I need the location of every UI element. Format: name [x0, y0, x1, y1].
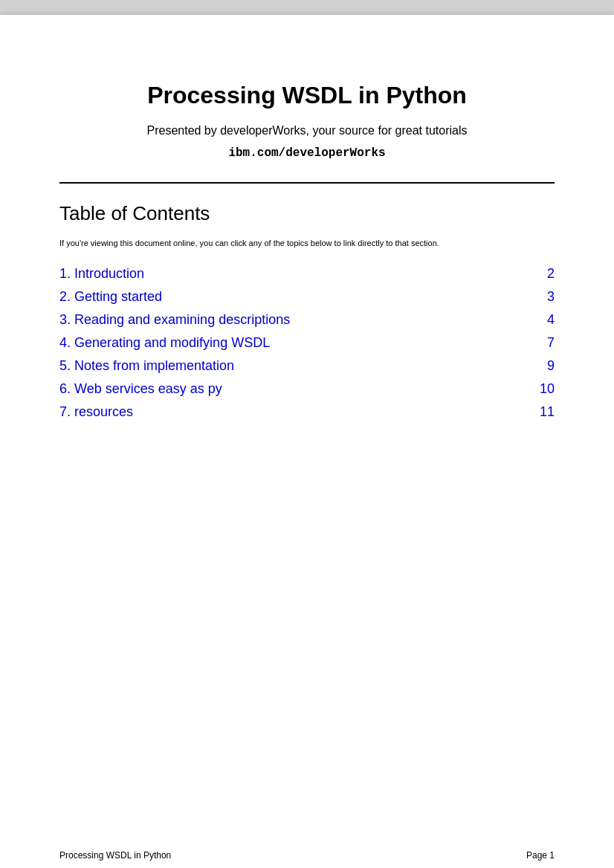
- toc-item: 3. Reading and examining descriptions4: [59, 308, 555, 331]
- toc-page-1: 2: [547, 266, 555, 282]
- toc-page-6: 10: [540, 381, 555, 397]
- toc-item: 5. Notes from implementation9: [59, 354, 555, 378]
- toc-item: 2. Getting started3: [59, 285, 555, 308]
- toc-item: 1. Introduction2: [59, 262, 555, 285]
- toc-page-4: 7: [547, 335, 555, 351]
- page: Processing WSDL in Python Presented by d…: [0, 15, 614, 868]
- page-title: Processing WSDL in Python: [59, 82, 555, 109]
- footer-right: Page 1: [526, 850, 555, 861]
- toc-item: 6. Web services easy as py10: [59, 378, 555, 401]
- toc-item: 4. Generating and modifying WSDL7: [59, 331, 555, 354]
- footer-left: Processing WSDL in Python: [59, 850, 171, 861]
- toc-page-3: 4: [547, 312, 555, 328]
- toc-link-2[interactable]: 2. Getting started: [59, 289, 162, 305]
- toc-heading: Table of Contents: [59, 202, 555, 225]
- toc-note: If you're viewing this document online, …: [59, 239, 555, 247]
- toc-item: 7. resources11: [59, 401, 555, 424]
- footer: Processing WSDL in Python Page 1: [59, 850, 555, 861]
- toc-link-3[interactable]: 3. Reading and examining descriptions: [59, 312, 290, 328]
- divider: [59, 182, 555, 184]
- toc-link-4[interactable]: 4. Generating and modifying WSDL: [59, 335, 270, 351]
- toc-link-5[interactable]: 5. Notes from implementation: [59, 358, 234, 374]
- toc-list: 1. Introduction22. Getting started33. Re…: [59, 262, 555, 424]
- toc-page-5: 9: [547, 358, 555, 374]
- toc-page-2: 3: [547, 289, 555, 305]
- toc-link-7[interactable]: 7. resources: [59, 404, 133, 420]
- toc-link-1[interactable]: 1. Introduction: [59, 266, 144, 282]
- subtitle: Presented by developerWorks, your source…: [59, 124, 555, 137]
- toc-link-6[interactable]: 6. Web services easy as py: [59, 381, 222, 397]
- toc-page-7: 11: [540, 404, 555, 420]
- ibm-link: ibm.com/developerWorks: [59, 146, 555, 160]
